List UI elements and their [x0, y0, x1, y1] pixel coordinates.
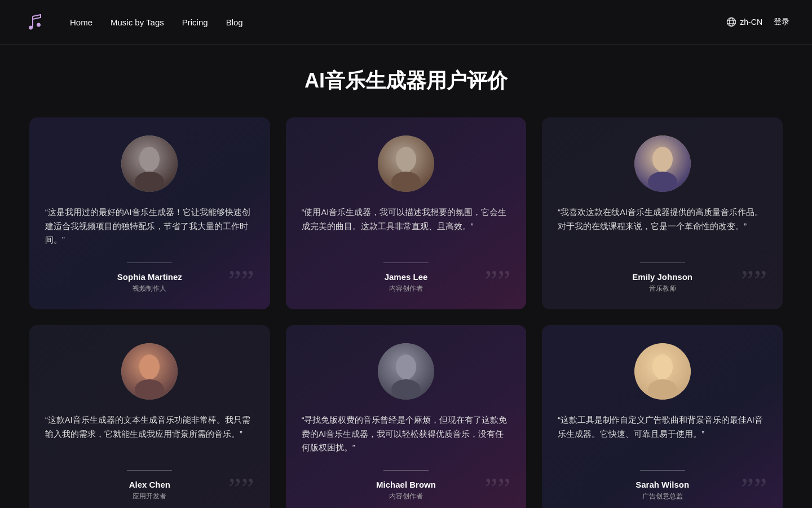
user-role: 内容创作者: [302, 284, 511, 294]
avatar-container: [558, 343, 767, 400]
svg-point-17: [652, 147, 673, 172]
user-info: Emily Johnson音乐教师””: [558, 272, 767, 294]
avatar-container: [558, 135, 767, 192]
testimonial-text: “这款AI音乐生成器的文本生成音乐功能非常棒。我只需输入我的需求，它就能生成我应…: [45, 413, 254, 459]
testimonial-text: “寻找免版权费的音乐曾经是个麻烦，但现在有了这款免费的AI音乐生成器，我可以轻松…: [302, 413, 511, 459]
svg-point-4: [730, 18, 734, 27]
nav-blog[interactable]: Blog: [226, 17, 243, 27]
divider: [127, 470, 172, 471]
language-selector[interactable]: zh-CN: [726, 17, 762, 27]
testimonial-card-user4: “这款AI音乐生成器的文本生成音乐功能非常棒。我只需输入我的需求，它就能生成我应…: [29, 325, 270, 508]
globe-icon: [726, 17, 736, 27]
testimonial-text: “这款工具是制作自定义广告歌曲和背景音乐的最佳AI音乐生成器。它快速、可靠且易于…: [558, 413, 767, 459]
svg-point-12: [396, 147, 416, 172]
svg-point-24: [135, 379, 164, 400]
language-label: zh-CN: [740, 17, 762, 27]
user-name: Sophia Martinez: [45, 272, 254, 282]
logo[interactable]: [23, 10, 47, 34]
svg-point-14: [391, 172, 421, 192]
svg-point-34: [648, 379, 677, 400]
quote-decoration: ””: [741, 474, 767, 503]
login-button[interactable]: 登录: [774, 17, 789, 27]
divider: [383, 470, 429, 471]
user-info: Sophia Martinez视频制作人””: [45, 272, 254, 294]
testimonial-card-user5: “寻找免版权费的音乐曾经是个麻烦，但现在有了这款免费的AI音乐生成器，我可以轻松…: [286, 325, 527, 508]
avatar-image-user5: [378, 343, 434, 400]
divider: [127, 262, 172, 263]
nav-right: zh-CN 登录: [726, 17, 789, 27]
testimonial-text: “这是我用过的最好的AI音乐生成器！它让我能够快速创建适合我视频项目的独特配乐，…: [45, 205, 254, 251]
testimonials-grid: “这是我用过的最好的AI音乐生成器！它让我能够快速创建适合我视频项目的独特配乐，…: [29, 117, 783, 508]
divider: [640, 470, 685, 471]
divider: [640, 262, 685, 263]
user-name: Michael Brown: [302, 480, 511, 489]
avatar: [634, 343, 691, 400]
quote-decoration: ””: [228, 474, 254, 503]
svg-point-29: [391, 379, 421, 400]
avatar: [378, 135, 434, 192]
testimonial-card-user6: “这款工具是制作自定义广告歌曲和背景音乐的最佳AI音乐生成器。它快速、可靠且易于…: [542, 325, 783, 508]
svg-point-0: [24, 11, 46, 33]
avatar-image-sophia: [121, 135, 178, 192]
logo-icon: [23, 10, 47, 34]
svg-rect-2: [727, 23, 736, 24]
avatar-image-emily: [634, 135, 691, 192]
avatar: [378, 343, 434, 400]
user-name: Sarah Wilson: [558, 480, 767, 489]
avatar-container: [45, 343, 254, 400]
svg-point-7: [139, 147, 160, 172]
nav-music-by-tags[interactable]: Music by Tags: [111, 17, 164, 27]
avatar-container: [302, 343, 511, 400]
svg-point-19: [648, 172, 677, 192]
user-name: Emily Johnson: [558, 272, 767, 282]
user-info: Michael Brown内容创作者””: [302, 480, 511, 501]
avatar: [634, 135, 691, 192]
avatar-container: [302, 135, 511, 192]
svg-point-22: [139, 354, 160, 379]
page-title: AI音乐生成器用户评价: [29, 67, 783, 95]
navigation: Home Music by Tags Pricing Blog zh-CN 登录: [0, 0, 812, 45]
user-role: 内容创作者: [302, 492, 511, 501]
testimonial-text: “使用AI音乐生成器，我可以描述我想要的氛围，它会生成完美的曲目。这款工具非常直…: [302, 205, 511, 251]
divider: [383, 262, 429, 263]
testimonial-card-emily: “我喜欢这款在线AI音乐生成器提供的高质量音乐作品。对于我的在线课程来说，它是一…: [542, 117, 783, 309]
user-role: 应用开发者: [45, 492, 254, 501]
avatar: [121, 343, 178, 400]
svg-point-9: [135, 172, 164, 192]
svg-point-27: [396, 354, 416, 379]
main-content: AI音乐生成器用户评价 “这是我用过的最好的AI音乐生成器！它让我能够快速创建适…: [0, 45, 812, 508]
quote-decoration: ””: [228, 266, 254, 296]
avatar-image-user6: [634, 343, 691, 400]
quote-decoration: ””: [484, 474, 510, 503]
quote-decoration: ””: [741, 266, 767, 296]
avatar: [121, 135, 178, 192]
user-name: Alex Chen: [45, 480, 254, 489]
avatar-image-user4: [121, 343, 178, 400]
user-role: 广告创意总监: [558, 492, 767, 501]
svg-point-3: [727, 18, 736, 27]
user-role: 音乐教师: [558, 284, 767, 294]
nav-links: Home Music by Tags Pricing Blog: [70, 17, 726, 27]
user-role: 视频制作人: [45, 284, 254, 294]
user-info: Sarah Wilson广告创意总监””: [558, 480, 767, 501]
avatar-container: [45, 135, 254, 192]
nav-home[interactable]: Home: [70, 17, 92, 27]
user-info: James Lee内容创作者””: [302, 272, 511, 294]
svg-rect-1: [727, 20, 736, 21]
user-info: Alex Chen应用开发者””: [45, 480, 254, 501]
testimonial-card-sophia: “这是我用过的最好的AI音乐生成器！它让我能够快速创建适合我视频项目的独特配乐，…: [29, 117, 270, 309]
testimonial-text: “我喜欢这款在线AI音乐生成器提供的高质量音乐作品。对于我的在线课程来说，它是一…: [558, 205, 767, 251]
quote-decoration: ””: [484, 266, 510, 296]
svg-point-32: [652, 354, 673, 379]
avatar-image-james: [378, 135, 434, 192]
user-name: James Lee: [302, 272, 511, 282]
testimonial-card-james: “使用AI音乐生成器，我可以描述我想要的氛围，它会生成完美的曲目。这款工具非常直…: [286, 117, 527, 309]
nav-pricing[interactable]: Pricing: [182, 17, 208, 27]
